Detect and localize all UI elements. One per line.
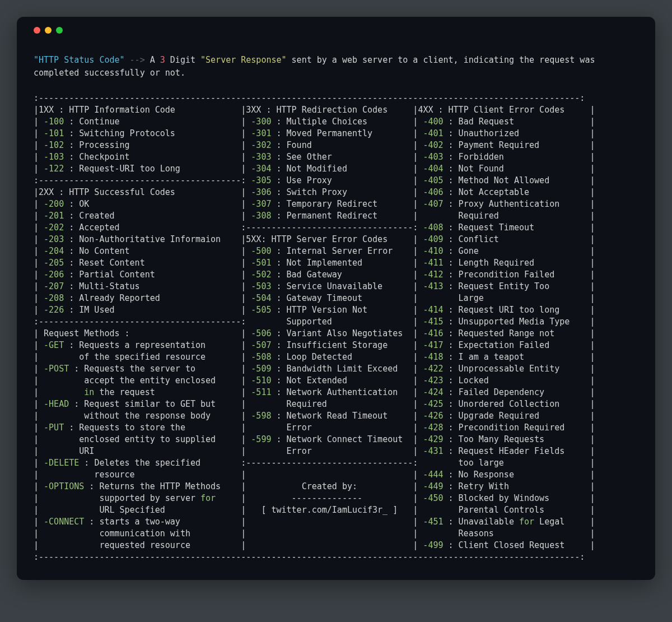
maximize-icon[interactable]	[56, 27, 63, 34]
minimize-icon[interactable]	[45, 27, 52, 34]
close-icon[interactable]	[34, 27, 40, 34]
intro-q2: "Server Response"	[200, 55, 287, 65]
intro-line: "HTTP Status Code" --> A 3 Digit "Server…	[34, 54, 638, 79]
intro-three: 3	[160, 55, 165, 65]
terminal-window: "HTTP Status Code" --> A 3 Digit "Server…	[17, 17, 655, 580]
intro-q1: "HTTP Status Code"	[34, 55, 125, 65]
window-controls	[34, 27, 638, 34]
intro-a1: A	[150, 55, 160, 65]
intro-arrow: -->	[125, 55, 150, 65]
intro-a2: Digit	[165, 55, 200, 65]
status-code-table: :---------------------------------------…	[34, 92, 638, 563]
